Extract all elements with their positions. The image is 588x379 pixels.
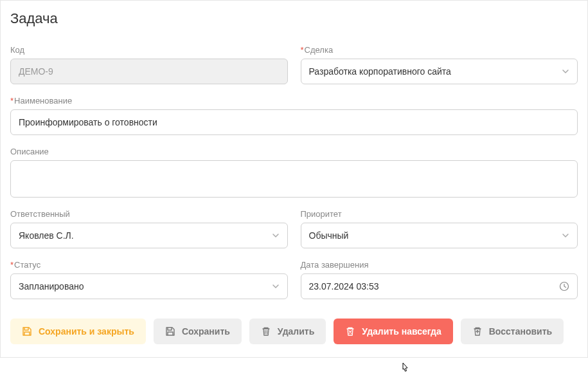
select-responsible-value: Яковлев С.Л. [19,230,272,241]
input-name-value: Проинформировать о готовности [19,117,569,127]
textarea-description[interactable] [10,160,578,198]
field-code: Код ДЕМО-9 [10,45,288,84]
restore-label: Восстановить [489,326,552,337]
label-name: Наименование [10,96,578,106]
page-title: Задача [10,10,578,27]
input-code-value: ДЕМО-9 [19,66,280,77]
button-row: Сохранить и закрыть Сохранить Удалить Уд… [10,319,578,344]
label-completion-date: Дата завершения [301,260,578,270]
chevron-down-icon [272,232,280,239]
trash-forever-icon [345,326,355,337]
field-description: Описание [10,147,578,198]
save-label: Сохранить [182,326,230,337]
field-responsible: Ответственный Яковлев С.Л. [10,209,288,248]
restore-icon [472,326,483,337]
select-deal-value: Разработка корпоративного сайта [309,66,562,77]
input-code: ДЕМО-9 [10,59,288,84]
input-name[interactable]: Проинформировать о готовности [10,109,578,135]
select-deal[interactable]: Разработка корпоративного сайта [301,59,578,84]
delete-forever-label: Удалить навсегда [362,326,441,337]
field-name: Наименование Проинформировать о готовнос… [10,96,578,135]
chevron-down-icon [562,68,569,75]
delete-button[interactable]: Удалить [249,319,326,344]
input-completion-date[interactable]: 23.07.2024 03:53 [301,273,578,299]
field-status: Статус Запланировано [10,260,288,299]
save-icon [22,326,32,337]
chevron-down-icon [272,282,280,290]
label-priority: Приоритет [301,209,578,219]
select-responsible[interactable]: Яковлев С.Л. [10,223,288,248]
field-deal: Сделка Разработка корпоративного сайта [301,45,578,84]
select-status[interactable]: Запланировано [10,273,288,299]
select-status-value: Запланировано [19,281,272,291]
field-completion-date: Дата завершения 23.07.2024 03:53 [301,260,578,299]
select-priority[interactable]: Обычный [301,223,578,248]
select-priority-value: Обычный [309,230,562,241]
chevron-down-icon [562,232,569,239]
delete-label: Удалить [278,326,314,337]
label-status: Статус [10,260,288,270]
label-deal: Сделка [301,45,578,55]
label-code: Код [10,45,288,55]
delete-forever-button[interactable]: Удалить навсегда [334,319,452,344]
label-responsible: Ответственный [10,209,288,219]
trash-icon [261,326,271,337]
clock-icon [559,281,569,291]
save-icon [165,326,175,337]
save-close-label: Сохранить и закрыть [39,326,134,337]
save-close-button[interactable]: Сохранить и закрыть [10,319,146,344]
save-button[interactable]: Сохранить [154,319,242,344]
input-completion-date-value: 23.07.2024 03:53 [309,281,560,291]
field-priority: Приоритет Обычный [301,209,578,248]
restore-button[interactable]: Восстановить [461,319,564,344]
label-description: Описание [10,147,578,156]
